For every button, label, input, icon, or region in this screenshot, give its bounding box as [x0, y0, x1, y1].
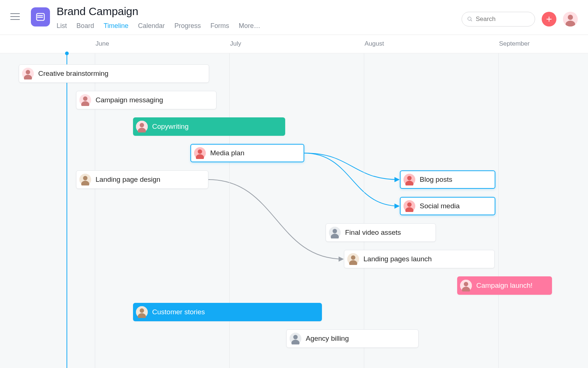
project-icon: [31, 7, 50, 26]
svg-point-37: [351, 255, 355, 260]
task-bar[interactable]: Customer stories: [133, 303, 322, 321]
topbar: Brand Campaign List Board Timeline Calen…: [0, 0, 588, 35]
task-name: Blog posts: [420, 176, 452, 184]
task-bar[interactable]: Campaign launch!: [457, 276, 552, 295]
month-label: June: [96, 40, 109, 47]
timeline-month-header: JuneJulyAugustSeptember: [0, 35, 588, 53]
task-bar[interactable]: Final video assets: [326, 223, 436, 242]
task-name: Media plan: [210, 149, 244, 157]
dependency-arrow: [304, 153, 399, 206]
tab-board[interactable]: Board: [76, 22, 94, 36]
search-icon: [467, 16, 473, 22]
task-name: Landing pages launch: [363, 255, 432, 263]
month-label: August: [365, 40, 384, 47]
assignee-avatar: [136, 306, 148, 318]
search-box[interactable]: [462, 12, 535, 26]
task-name: Creative brainstorming: [38, 70, 108, 78]
svg-line-6: [471, 20, 472, 21]
month-gridline: [498, 53, 499, 368]
assignee-avatar: [290, 333, 301, 344]
task-name: Campaign messaging: [96, 96, 163, 104]
task-bar[interactable]: Landing pages launch: [344, 250, 495, 268]
title-block: Brand Campaign List Board Timeline Calen…: [57, 5, 261, 36]
dependency-arrow: [208, 180, 343, 259]
assignee-avatar: [404, 174, 415, 185]
tab-calendar[interactable]: Calendar: [138, 22, 165, 36]
svg-point-10: [568, 15, 573, 20]
svg-point-19: [140, 123, 144, 127]
task-bar[interactable]: Blog posts: [400, 170, 495, 189]
task-name: Social media: [420, 202, 460, 210]
assignee-avatar: [79, 94, 91, 106]
search-input[interactable]: [476, 15, 530, 23]
svg-point-25: [83, 176, 87, 180]
assignee-avatar: [404, 200, 415, 212]
assignee-avatar: [194, 147, 206, 159]
task-bar[interactable]: Landing page design: [76, 170, 208, 189]
view-tabs: List Board Timeline Calendar Progress Fo…: [57, 22, 261, 36]
month-gridline: [364, 53, 364, 368]
assignee-avatar: [329, 227, 341, 238]
month-label: September: [499, 40, 530, 47]
svg-point-40: [464, 282, 468, 286]
task-bar[interactable]: Creative brainstorming: [19, 64, 209, 83]
task-bar[interactable]: Media plan: [190, 144, 304, 162]
task-name: Customer stories: [152, 308, 205, 316]
svg-point-16: [83, 96, 87, 101]
task-bar[interactable]: Copywriting: [133, 117, 285, 136]
tab-forms[interactable]: Forms: [211, 22, 229, 36]
task-bar[interactable]: Agency billing: [286, 329, 419, 348]
plus-icon: [546, 16, 552, 22]
tab-progress[interactable]: Progress: [174, 22, 201, 36]
add-button[interactable]: [542, 12, 556, 26]
svg-point-28: [407, 176, 412, 180]
hamburger-menu-button[interactable]: [10, 10, 23, 23]
svg-point-43: [140, 308, 144, 313]
task-name: Campaign launch!: [476, 282, 533, 290]
tab-timeline[interactable]: Timeline: [104, 22, 128, 36]
project-title: Brand Campaign: [57, 5, 261, 18]
today-indicator: [67, 53, 67, 368]
assignee-avatar: [347, 253, 359, 265]
task-name: Agency billing: [306, 335, 349, 343]
assignee-avatar: [460, 280, 472, 291]
svg-point-4: [37, 17, 38, 18]
tab-list[interactable]: List: [57, 22, 67, 36]
today-indicator-dot: [65, 52, 69, 55]
svg-point-34: [333, 229, 337, 233]
svg-point-46: [293, 335, 298, 339]
task-name: Copywriting: [152, 123, 189, 131]
task-name: Final video assets: [345, 229, 401, 237]
tab-more[interactable]: More…: [239, 22, 261, 36]
svg-point-22: [198, 149, 202, 154]
current-user-avatar[interactable]: [563, 12, 578, 26]
month-label: July: [230, 40, 241, 47]
assignee-avatar: [22, 68, 34, 79]
task-bar[interactable]: Campaign messaging: [76, 91, 216, 109]
timeline-canvas[interactable]: Creative brainstormingCampaign messaging…: [0, 53, 588, 368]
svg-point-13: [26, 70, 30, 74]
assignee-avatar: [79, 174, 91, 185]
assignee-avatar: [136, 121, 148, 132]
task-bar[interactable]: Social media: [400, 197, 495, 215]
svg-point-31: [407, 202, 412, 207]
topbar-right: [462, 12, 578, 26]
task-name: Landing page design: [96, 176, 160, 184]
dependency-arrow: [304, 153, 399, 180]
svg-point-3: [37, 15, 38, 16]
